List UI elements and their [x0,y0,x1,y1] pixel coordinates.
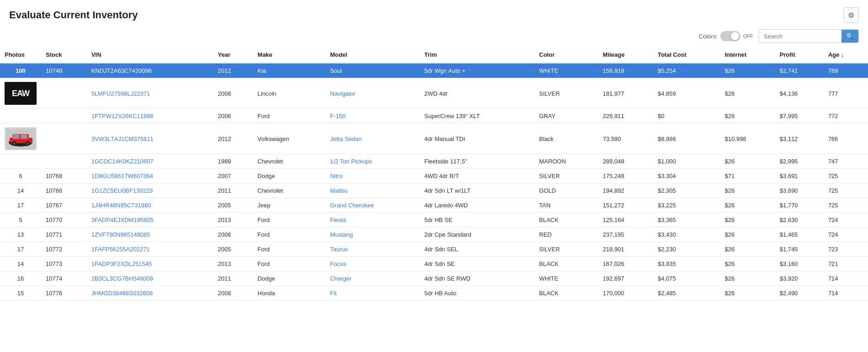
cell-trim: SuperCrew 139" XLT [420,109,535,124]
svg-rect-8 [13,135,19,139]
model-link[interactable]: Navigator [330,90,356,97]
table-row[interactable]: 5107703FADP4EJXDM1956052013FordFiesta5dr… [0,213,868,227]
cell-vin[interactable]: 1J4HR48N95C731980 [87,198,214,213]
cell-model[interactable]: Fit [326,286,420,301]
colors-toggle-switch[interactable] [720,31,740,41]
cell-mileage: 237,195 [598,227,653,242]
vin-link[interactable]: 1FAFP56255A202271 [91,246,150,253]
vin-link[interactable]: 1D8GU58617W607364 [91,173,153,179]
cell-trim: 4dr Manual TDI [420,124,535,154]
col-year[interactable]: Year [213,47,253,63]
col-total-cost[interactable]: Total Cost [653,47,720,63]
table-row[interactable]: 17107721FAFP56255A2022712005FordTaurus4d… [0,242,868,257]
table-row[interactable]: 6107681D8GU58617W6073642007DodgeNitro4WD… [0,169,868,184]
table-row[interactable]: 3VW3L7AJ1CM3756112012VolkswagenJetta Sed… [0,124,868,154]
cell-vin[interactable]: 1FTPW12V26KC11886 [87,109,214,124]
cell-model[interactable]: F-150 [326,109,420,124]
vin-link[interactable]: 1FADP3F2XDL251545 [91,260,152,267]
table-row[interactable]: 1GCDC14K0KZ2106071989Chevrolet1/2 Ton Pi… [0,154,868,169]
cell-internet: $26 [720,109,775,124]
col-mileage[interactable]: Mileage [598,47,653,63]
model-link[interactable]: Focus [330,260,346,267]
cell-model[interactable]: Mustang [326,227,420,242]
model-link[interactable]: Taurus [330,246,348,253]
table-row[interactable]: 13107711ZVFT80N9651480852006FordMustang2… [0,227,868,242]
model-link[interactable]: Soul [330,67,342,74]
model-link[interactable]: Mustang [330,231,353,238]
model-link[interactable]: Charger [330,275,352,282]
cell-model[interactable]: Malibu [326,184,420,198]
cell-stock: 10771 [41,227,87,242]
model-link[interactable]: F-150 [330,113,346,119]
search-input[interactable] [759,30,841,43]
vin-link[interactable]: KNDJT2A63C7420096 [91,67,152,74]
col-vin[interactable]: VIN [87,47,214,63]
cell-vin[interactable]: 3FADP4EJXDM195605 [87,213,214,227]
cell-vin[interactable]: 1G1ZC5EU0BF130229 [87,184,214,198]
cell-model[interactable]: Navigator [326,78,420,109]
vin-link[interactable]: 3FADP4EJXDM195605 [91,217,154,223]
col-model[interactable]: Model [326,47,420,63]
cell-vin[interactable]: 1FAFP56255A202271 [87,242,214,257]
cell-model[interactable]: Charger [326,271,420,286]
vin-link[interactable]: 1ZVFT80N965148085 [91,231,150,238]
cell-make: Ford [253,109,326,124]
model-link[interactable]: 1/2 Ton Pickups [330,158,372,165]
col-stock[interactable]: Stock [41,47,87,63]
page-header: Evaluate Current Inventory ⚙ [0,0,868,27]
cell-model[interactable]: Taurus [326,242,420,257]
table-row[interactable]: 14107661G1ZC5EU0BF1302292011ChevroletMal… [0,184,868,198]
vin-link[interactable]: 1G1ZC5EU0BF130229 [91,187,153,194]
table-row[interactable]: 16107742B3CL3CG7BH5480092011DodgeCharger… [0,271,868,286]
model-link[interactable]: Nitro [330,173,343,179]
cell-vin[interactable]: 5LMFU27598LJ22371 [87,78,214,109]
table-row[interactable]: EAW5LMFU27598LJ223712008LincolnNavigator… [0,78,868,109]
cell-vin[interactable]: 1FADP3F2XDL251545 [87,257,214,271]
model-link[interactable]: Fiesta [330,217,346,223]
model-link[interactable]: Grand Cherokee [330,202,374,209]
cell-vin[interactable]: 1GCDC14K0KZ210607 [87,154,214,169]
vin-link[interactable]: JHMGD38488S032608 [91,290,153,297]
col-profit[interactable]: Profit [775,47,824,63]
cell-model[interactable]: Fiesta [326,213,420,227]
cell-year: 2012 [213,124,253,154]
vin-link[interactable]: 2B3CL3CG7BH548009 [91,275,153,282]
model-link[interactable]: Fit [330,290,337,297]
table-row[interactable]: 1510776JHMGD38488S0326082008HondaFit5dr … [0,286,868,301]
cell-vin[interactable]: 2B3CL3CG7BH548009 [87,271,214,286]
cell-vin[interactable]: 1ZVFT80N965148085 [87,227,214,242]
cell-model[interactable]: Grand Cherokee [326,198,420,213]
cell-vin[interactable]: KNDJT2A63C7420096 [87,63,214,78]
cell-model[interactable]: Jetta Sedan [326,124,420,154]
cell-total-cost: $3,365 [653,213,720,227]
vin-link[interactable]: 1FTPW12V26KC11886 [91,113,154,119]
vin-link[interactable]: 1GCDC14K0KZ210607 [91,158,154,165]
col-color[interactable]: Color [535,47,598,63]
col-photos[interactable]: Photos [0,47,41,63]
vin-link[interactable]: 3VW3L7AJ1CM375611 [91,135,154,142]
table-row[interactable]: 14107731FADP3F2XDL2515452013FordFocus4dr… [0,257,868,271]
cell-make: Kia [253,63,326,78]
cell-photos: 6 [0,169,41,184]
col-internet[interactable]: Internet [720,47,775,63]
col-trim[interactable]: Trim [420,47,535,63]
cell-vin[interactable]: 1D8GU58617W607364 [87,169,214,184]
model-link[interactable]: Jetta Sedan [330,135,362,142]
vin-link[interactable]: 5LMFU27598LJ22371 [91,90,150,97]
vin-link[interactable]: 1J4HR48N95C731980 [91,202,151,209]
col-age[interactable]: Age ↓ [824,47,868,63]
table-row[interactable]: 17107671J4HR48N95C7319802005JeepGrand Ch… [0,198,868,213]
table-row[interactable]: 10010748KNDJT2A63C74200962012KiaSoul5dr … [0,63,868,78]
cell-vin[interactable]: JHMGD38488S032608 [87,286,214,301]
cell-model[interactable]: 1/2 Ton Pickups [326,154,420,169]
cell-vin[interactable]: 3VW3L7AJ1CM375611 [87,124,214,154]
model-link[interactable]: Malibu [330,187,348,194]
gear-button[interactable]: ⚙ [843,7,859,23]
cell-make: Jeep [253,198,326,213]
cell-model[interactable]: Nitro [326,169,420,184]
table-row[interactable]: 1FTPW12V26KC118862006FordF-150SuperCrew … [0,109,868,124]
search-button[interactable]: 🔍 [841,30,858,43]
cell-model[interactable]: Soul [326,63,420,78]
cell-model[interactable]: Focus [326,257,420,271]
col-make[interactable]: Make [253,47,326,63]
